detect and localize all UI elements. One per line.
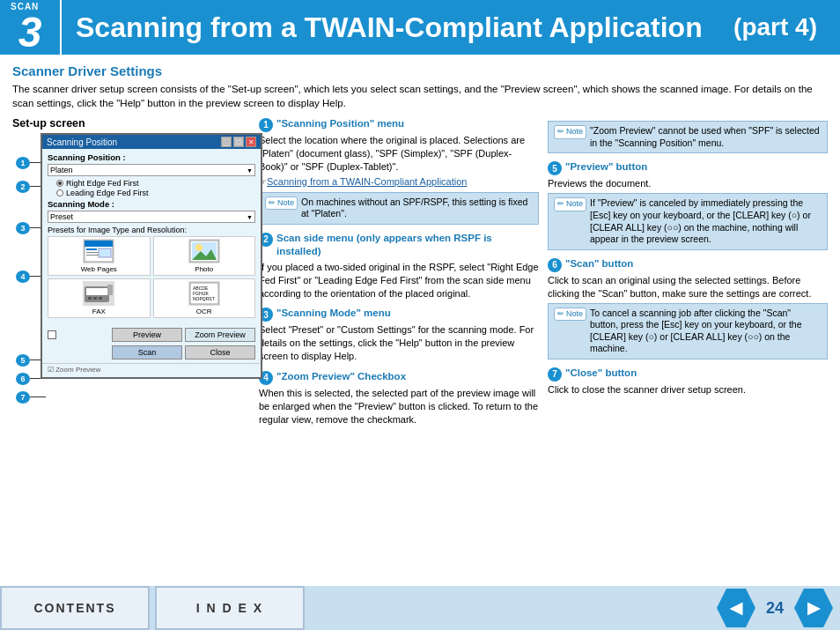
item-1-block: 1 "Scanning Position" menu Select the lo… <box>259 117 539 225</box>
item-6-note-text: To cancel a scanning job after clicking … <box>590 308 822 356</box>
scan-btn[interactable]: Scan <box>112 345 182 359</box>
contents-button[interactable]: CONTENTS <box>0 586 150 630</box>
prev-arrow-icon: ◀ <box>730 598 742 618</box>
svg-rect-14 <box>99 297 102 300</box>
item-6-text: Click to scan an original using the sele… <box>548 274 828 300</box>
presets-label: Presets for Image Type and Resolution: <box>48 226 255 234</box>
item-3-block: 3 "Scanning Mode" menu Select "Preset" o… <box>259 307 539 363</box>
maximize-btn[interactable]: □ <box>233 137 244 147</box>
pencil-icon-5: ✏ <box>557 199 564 210</box>
item-5-text: Previews the document. <box>548 177 828 190</box>
item-1-header: 1 "Scanning Position" menu <box>259 117 539 132</box>
radio-row-2: Leading Edge Fed First <box>56 189 255 197</box>
item-7-num: 7 <box>548 367 562 382</box>
item-7-title: "Close" button <box>565 367 637 381</box>
item-2-block: 2 Scan side menu (only appears when RSPF… <box>259 232 539 300</box>
preset-photo[interactable]: Photo <box>153 236 256 276</box>
item-1-title: "Scanning Position" menu <box>276 117 404 131</box>
svg-rect-11 <box>86 288 107 295</box>
callout-1: 1 <box>16 157 30 169</box>
close-btn[interactable]: ✕ <box>246 137 256 147</box>
part-label: (part 4) <box>733 13 826 41</box>
item-4-text: When this is selected, the selected part… <box>259 387 539 426</box>
item-5-num: 5 <box>548 161 562 175</box>
checkmark-label: ☑ Zoom Preview <box>42 363 261 377</box>
bottom-btn-row1: Preview Zoom Preview <box>42 325 261 344</box>
callout-6: 6 <box>16 373 30 385</box>
scanner-window: Scanning Position _ □ ✕ Scanning Positio… <box>41 133 262 379</box>
main-content: Scanner Driver Settings The scanner driv… <box>0 55 840 438</box>
item-6-header: 6 "Scan" button <box>548 257 828 272</box>
chapter-number: 3 <box>18 11 42 54</box>
minimize-btn[interactable]: _ <box>221 137 232 147</box>
zoom-checkbox[interactable] <box>48 330 56 339</box>
radio-group: Right Edge Fed First Leading Edge Fed Fi… <box>56 179 255 197</box>
spacer <box>48 345 109 359</box>
svg-text:NOPQRST: NOPQRST <box>193 296 215 301</box>
scanner-titlebar: Scanning Position _ □ ✕ <box>42 135 261 149</box>
svg-rect-1 <box>85 241 113 247</box>
preset-webpages[interactable]: Web Pages <box>48 236 151 276</box>
item-5-block: 5 "Preview" button Previews the document… <box>548 160 828 249</box>
ocr-icon: ABCDE FGHIJK NOPQRST <box>188 281 220 306</box>
zoom-checkbox-area <box>48 328 109 342</box>
item-7-text: Click to close the scanner driver setup … <box>548 383 828 397</box>
note-icon-6: ✏Note <box>554 308 586 322</box>
section-title: Scanner Driver Settings <box>12 63 828 78</box>
item-2-header: 2 Scan side menu (only appears when RSPF… <box>259 232 539 259</box>
chapter-number-box: SCAN 3 <box>0 0 62 55</box>
page-number: 24 <box>766 599 784 618</box>
item-6-num: 6 <box>548 258 562 272</box>
preset-icons-grid: Web Pages <box>48 236 255 318</box>
note-icon-1: ✏Note <box>265 196 298 211</box>
item-6-note: ✏Note To cancel a scanning job after cli… <box>548 303 828 360</box>
prev-page-button[interactable]: ◀ <box>717 589 755 627</box>
callout-7-arrow: 7 <box>16 390 46 404</box>
callout-4: 4 <box>16 271 30 283</box>
page-footer: CONTENTS I N D E X ◀ 24 ▶ <box>0 586 840 630</box>
item-5-note-text: If "Preview" is canceled by immediately … <box>590 197 822 246</box>
fax-icon <box>83 281 114 306</box>
radio-leading-edge[interactable] <box>56 189 63 196</box>
callout-5: 5 <box>16 354 30 367</box>
svg-rect-15 <box>107 285 113 295</box>
setup-screen-column: Set-up screen 1 2 3 <box>12 117 250 433</box>
item-4-title: "Zoom Preview" Checkbox <box>276 370 406 384</box>
middle-column: 1 "Scanning Position" menu Select the lo… <box>259 117 539 433</box>
dropdown-arrow: ▼ <box>247 167 253 174</box>
titlebar-controls: _ □ ✕ <box>221 137 256 147</box>
pencil-icon-1: ✏ <box>269 198 276 209</box>
item-1-num: 1 <box>259 118 273 132</box>
svg-rect-5 <box>99 248 111 257</box>
scanning-mode-label: Scanning Mode : <box>48 199 255 209</box>
right-column: ✏Note "Zoom Preview" cannot be used when… <box>548 117 828 433</box>
preset-ocr[interactable]: ABCDE FGHIJK NOPQRST OCR <box>153 278 256 318</box>
radio-right-edge[interactable] <box>56 180 63 187</box>
zoom-btn[interactable]: Zoom Preview <box>185 328 255 342</box>
callout-3: 3 <box>16 222 30 234</box>
item-1-link: ☞Scanning from a TWAIN-Compliant Applica… <box>259 175 539 189</box>
pencil-icon-6: ✏ <box>557 309 564 320</box>
svg-rect-2 <box>86 248 97 250</box>
preset-fax[interactable]: FAX <box>48 278 151 318</box>
close-window-btn[interactable]: Close <box>185 345 255 359</box>
scanning-position-label: Scanning Position : <box>48 152 255 162</box>
content-grid: Set-up screen 1 2 3 <box>12 117 828 433</box>
item-1-note-text: On machines without an SPF/RSPF, this se… <box>301 196 533 220</box>
index-button[interactable]: I N D E X <box>155 586 305 630</box>
twain-link[interactable]: Scanning from a TWAIN-Compliant Applicat… <box>267 176 467 187</box>
item-4-header: 4 "Zoom Preview" Checkbox <box>259 370 539 385</box>
webpages-icon <box>83 239 114 263</box>
item-1-text: Select the location where the original i… <box>259 134 539 174</box>
item-3-text: Select "Preset" or "Custom Settings" for… <box>259 323 539 363</box>
right-note1-box: ✏Note "Zoom Preview" cannot be used when… <box>548 121 828 153</box>
position-dropdown[interactable]: Platen ▼ <box>48 164 255 176</box>
pencil-icon-r1: ✏ <box>557 127 564 137</box>
mode-dropdown-arrow: ▼ <box>247 214 253 220</box>
note-icon-5: ✏Note <box>554 197 586 211</box>
scanner-body: Scanning Position : Platen ▼ Right Edge … <box>42 149 261 325</box>
footer-navigation: ◀ 24 ▶ <box>717 589 833 627</box>
mode-dropdown[interactable]: Preset ▼ <box>48 211 255 223</box>
next-page-button[interactable]: ▶ <box>794 589 833 627</box>
preview-btn[interactable]: Preview <box>112 328 182 342</box>
